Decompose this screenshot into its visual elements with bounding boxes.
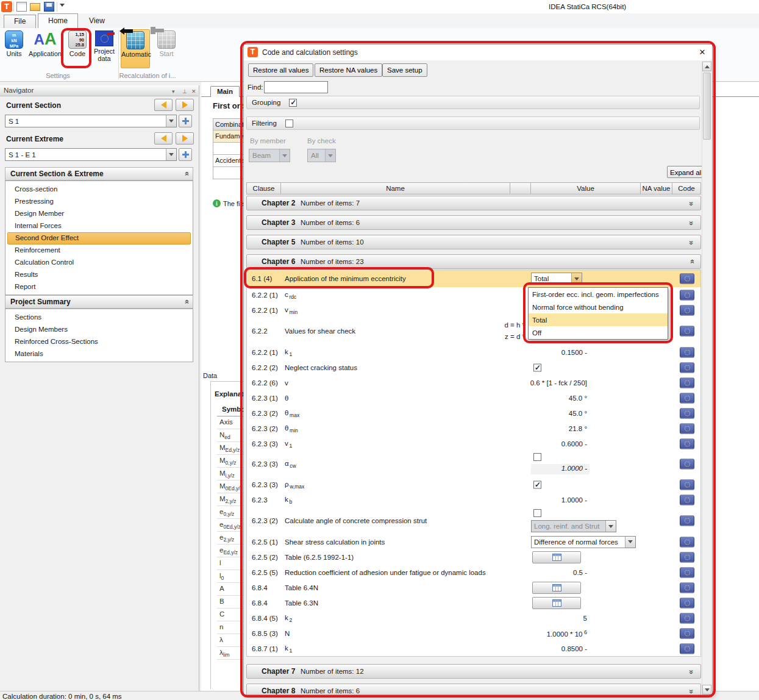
na-code-button[interactable] — [680, 274, 694, 284]
dropdown-option[interactable]: First-order ecc. incl. geom. imperfectio… — [529, 288, 668, 301]
dropdown-option[interactable]: Off — [529, 326, 668, 339]
find-input[interactable] — [264, 81, 328, 93]
group-header-project-summary[interactable]: Project Summary» — [5, 295, 193, 309]
setting-row[interactable]: 6.8.5 (3)N1.0000 * 10 6 — [247, 626, 700, 641]
open-file-icon[interactable] — [30, 3, 40, 11]
scrollbar-thumb[interactable] — [703, 73, 711, 140]
sidebar-item-calculation-control[interactable]: Calculation Control — [7, 257, 191, 269]
na-code-button[interactable] — [680, 613, 694, 623]
column-header-value[interactable]: Value — [531, 183, 641, 194]
code-button[interactable]: 1,159025.8 Code — [63, 29, 91, 67]
expand-icon[interactable]: » — [686, 240, 696, 244]
sidebar-item-internal-forces[interactable]: Internal Forces — [7, 220, 191, 232]
add-extreme-button[interactable] — [179, 148, 192, 161]
navigator-menu-icon[interactable]: ▾ — [172, 88, 175, 95]
na-code-button[interactable] — [680, 438, 694, 449]
chapter-row-chapter-8[interactable]: Chapter 8Number of items: 6» — [246, 684, 701, 695]
na-code-button[interactable] — [680, 290, 694, 300]
close-icon[interactable]: ✕ — [696, 46, 708, 59]
open-table-button[interactable] — [532, 551, 581, 563]
value-select[interactable]: Difference of normal forces — [531, 536, 636, 548]
tab-data[interactable]: Data — [203, 372, 217, 379]
na-code-button[interactable] — [680, 537, 694, 547]
na-code-button[interactable] — [680, 552, 694, 562]
dropdown-option[interactable]: Normal force without bending — [529, 301, 668, 313]
scroll-up-icon[interactable] — [702, 62, 711, 71]
collapse-icon[interactable]: » — [686, 260, 696, 263]
quick-access-dropdown-icon[interactable] — [60, 4, 65, 7]
setting-row[interactable]: 6.2.5 (2)Table (6.2.5 1992-1-1) — [247, 549, 700, 565]
dialog-scrollbar[interactable] — [702, 62, 711, 695]
na-code-button[interactable] — [680, 643, 694, 654]
automatic-button[interactable]: Automatic — [121, 29, 150, 68]
combination-row[interactable] — [213, 143, 244, 155]
na-code-button[interactable] — [680, 459, 694, 470]
application-button[interactable]: AA Application — [28, 29, 62, 67]
dialog-titlebar[interactable]: T Code and calculation settings ✕ — [244, 45, 712, 60]
tab-file[interactable]: File — [4, 15, 36, 28]
setting-row[interactable]: 6.2.3 (3)ρ w,max — [247, 477, 700, 492]
sidebar-item-second-order-effect[interactable]: Second Order Effect — [7, 232, 191, 245]
setting-row[interactable]: 6.2.2 (2)Neglect cracking status — [247, 360, 700, 375]
sidebar-item-cross-section[interactable]: Cross-section — [7, 184, 191, 196]
setting-row[interactable]: 6.2.2 (6)v0.6 * [1 - fck / 250] — [247, 375, 700, 390]
chevron-down-icon[interactable] — [166, 115, 176, 127]
chapter-row-chapter-5[interactable]: Chapter 5Number of items: 10» — [246, 235, 701, 249]
chevron-up-icon[interactable]: » — [181, 300, 190, 304]
sidebar-item-results[interactable]: Results — [7, 269, 191, 281]
next-extreme-button[interactable] — [176, 132, 194, 145]
setting-row[interactable]: 6.2.3 (3)v 10.6000 - — [247, 436, 700, 451]
previous-section-button[interactable] — [154, 99, 173, 111]
chapter-row-chapter-6[interactable]: Chapter 6Number of items: 23» — [246, 254, 701, 269]
chevron-up-icon[interactable]: » — [181, 172, 190, 176]
setting-row[interactable]: 6.1 (4)Application of the minimum eccent… — [247, 270, 700, 287]
chapter-row-chapter-7[interactable]: Chapter 7Number of items: 12» — [246, 664, 701, 679]
setting-row[interactable]: 6.8.7 (1)k 10.8500 - — [247, 641, 700, 656]
current-extreme-select[interactable]: S 1 - E 1 — [5, 148, 177, 161]
filtering-bar[interactable]: Filtering — [246, 116, 700, 130]
na-code-button[interactable] — [680, 479, 694, 490]
value-checkbox[interactable] — [533, 453, 541, 461]
sidebar-item-materials[interactable]: Materials — [7, 348, 191, 360]
setting-row[interactable]: 6.2.3 (2)Calculate angle of concrete com… — [247, 507, 700, 534]
restore-all-values-button[interactable]: Restore all values — [248, 63, 313, 77]
setting-row[interactable]: 6.2.2 (1)k 10.1500 - — [247, 345, 700, 360]
expand-icon[interactable]: » — [686, 221, 696, 224]
column-header-clause[interactable]: Clause — [247, 183, 281, 194]
na-code-button[interactable] — [680, 305, 694, 315]
current-section-select[interactable]: S 1 — [5, 115, 177, 127]
na-code-button[interactable] — [680, 495, 694, 505]
combination-row[interactable] — [213, 167, 244, 179]
project-data-button[interactable]: Project data — [90, 29, 118, 67]
dropdown-option[interactable]: Total — [529, 313, 668, 326]
panel-splitter[interactable] — [199, 85, 199, 691]
value-checkbox[interactable] — [533, 363, 541, 371]
na-code-button[interactable] — [680, 628, 694, 638]
column-header-name[interactable]: Name — [281, 183, 510, 194]
na-code-button[interactable] — [680, 362, 694, 373]
sidebar-item-sections[interactable]: Sections — [7, 312, 191, 324]
setting-row[interactable]: 6.2.3 (2)θ max45.0 ° — [247, 405, 700, 421]
na-code-button[interactable] — [680, 516, 694, 526]
na-code-button[interactable] — [680, 423, 694, 434]
tab-main[interactable]: Main — [210, 86, 240, 97]
setting-row[interactable]: 6.2.3k b1.0000 - — [247, 492, 700, 507]
column-header-na-value[interactable]: NA value — [641, 183, 672, 194]
na-code-button[interactable] — [680, 326, 694, 337]
scroll-down-icon[interactable] — [702, 685, 711, 695]
setting-row[interactable]: 6.2.3 (2)θ min21.8 ° — [247, 421, 700, 436]
open-table-button[interactable] — [532, 597, 581, 609]
expand-icon[interactable]: » — [686, 670, 696, 673]
units-button[interactable]: mkNMPa Units — [0, 29, 28, 67]
setting-row[interactable]: 6.2.3 (3)α cw1.0000 - — [247, 451, 700, 477]
chevron-down-icon[interactable] — [571, 273, 582, 284]
tab-home[interactable]: Home — [38, 13, 78, 28]
sidebar-item-prestressing[interactable]: Prestressing — [7, 196, 191, 208]
value-checkbox[interactable] — [533, 509, 541, 517]
app-logo-icon[interactable]: T — [1, 1, 12, 12]
na-code-button[interactable] — [680, 347, 694, 357]
close-panel-icon[interactable]: ✕ — [191, 88, 196, 95]
chapter-row-chapter-3[interactable]: Chapter 3Number of items: 6» — [246, 215, 701, 230]
add-section-button[interactable] — [179, 115, 192, 127]
na-code-button[interactable] — [680, 598, 694, 608]
